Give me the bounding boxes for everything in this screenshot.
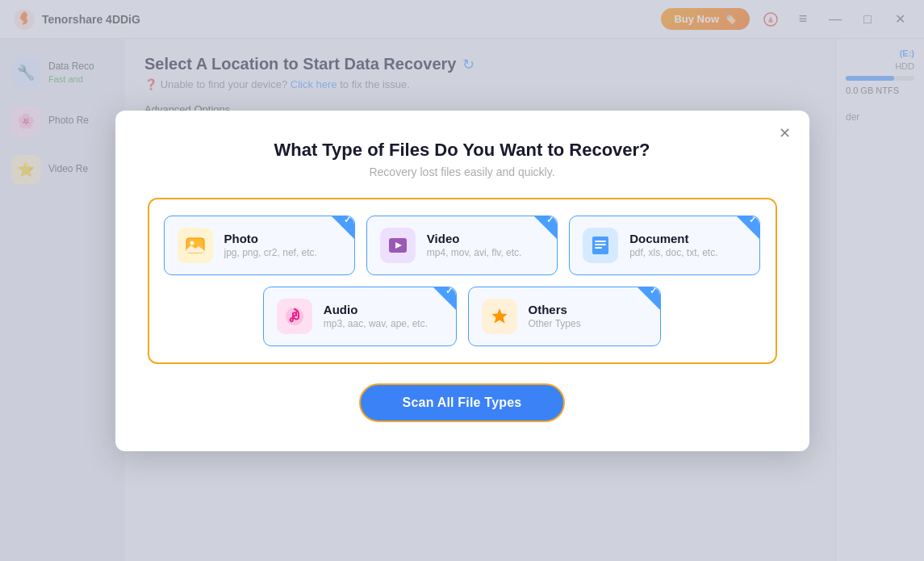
others-check-badge [638, 287, 660, 310]
file-type-row-2: Audio mp3, aac, wav, ape, etc. Others Ot [164, 287, 761, 346]
modal-close-button[interactable]: ✕ [774, 122, 796, 144]
document-info: Document pdf, xls, doc, txt, etc. [629, 232, 717, 258]
others-info: Others Other Types [529, 303, 581, 329]
video-exts: mp4, mov, avi, flv, etc. [427, 247, 522, 258]
svg-rect-7 [592, 237, 608, 254]
audio-exts: mp3, aac, wav, ape, etc. [324, 318, 428, 329]
photo-info: Photo jpg, png, cr2, nef, etc. [224, 232, 317, 258]
scan-all-button[interactable]: Scan All File Types [359, 383, 566, 422]
document-check-badge [737, 216, 759, 239]
others-icon-wrap [482, 299, 517, 334]
others-exts: Other Types [529, 318, 581, 329]
audio-check-badge [433, 287, 456, 310]
audio-name: Audio [324, 303, 428, 316]
others-name: Others [529, 303, 581, 316]
document-icon [590, 235, 611, 256]
svg-point-4 [190, 241, 194, 245]
photo-icon-wrap [178, 228, 213, 263]
audio-icon-wrap [277, 299, 312, 334]
file-type-modal: ✕ What Type of Files Do You Want to Reco… [115, 111, 809, 451]
video-name: Video [427, 232, 522, 245]
document-exts: pdf, xls, doc, txt, etc. [629, 247, 717, 258]
document-name: Document [629, 232, 717, 245]
file-type-row-1: Photo jpg, png, cr2, nef, etc. Video [164, 216, 761, 275]
svg-marker-12 [491, 308, 507, 324]
video-check-badge [534, 216, 557, 239]
photo-exts: jpg, png, cr2, nef, etc. [224, 247, 317, 258]
modal-subtitle: Recovery lost files easily and quickly. [148, 165, 777, 178]
file-type-card-audio[interactable]: Audio mp3, aac, wav, ape, etc. [263, 287, 457, 346]
file-type-selection-area: Photo jpg, png, cr2, nef, etc. Video [148, 198, 777, 364]
photo-icon [185, 235, 206, 256]
file-type-card-others[interactable]: Others Other Types [468, 287, 662, 346]
video-icon-wrap [380, 228, 416, 263]
scan-button-wrapper: Scan All File Types [148, 383, 777, 422]
file-type-card-document[interactable]: Document pdf, xls, doc, txt, etc. [569, 216, 760, 275]
video-info: Video mp4, mov, avi, flv, etc. [427, 232, 522, 258]
file-type-card-video[interactable]: Video mp4, mov, avi, flv, etc. [366, 216, 558, 275]
file-type-card-photo[interactable]: Photo jpg, png, cr2, nef, etc. [164, 216, 355, 275]
photo-name: Photo [224, 232, 317, 245]
audio-icon [284, 306, 305, 327]
document-icon-wrap [583, 228, 618, 263]
photo-check-badge [332, 216, 354, 239]
modal-title: What Type of Files Do You Want to Recove… [148, 140, 777, 161]
app-window: Tenorshare 4DDiG Buy Now 🏷️ ≡ — □ ✕ [0, 0, 924, 561]
audio-info: Audio mp3, aac, wav, ape, etc. [324, 303, 428, 329]
video-icon [387, 235, 408, 256]
others-icon [489, 306, 510, 327]
